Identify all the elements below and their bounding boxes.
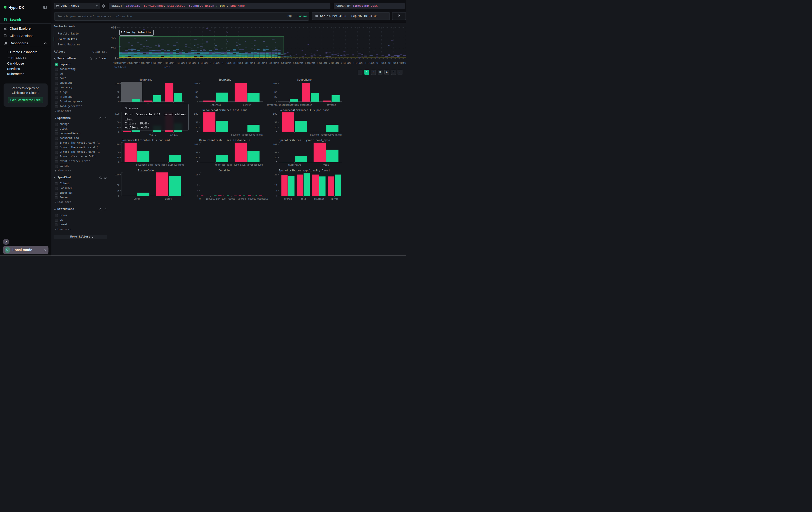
svg-text:3:00am: 3:00am bbox=[233, 62, 243, 65]
svg-text:11:00pm: 11:00pm bbox=[137, 62, 149, 65]
svg-text:ResourceAttribu..ice.instance.: ResourceAttribu..ice.instance.id bbox=[199, 139, 250, 142]
svg-text:bronze: bronze bbox=[284, 198, 292, 200]
svg-text:12:30am: 12:30am bbox=[173, 62, 185, 65]
svg-text:25: 25 bbox=[196, 126, 198, 129]
svg-text:silver: silver bbox=[330, 198, 339, 200]
svg-text:50: 50 bbox=[274, 121, 277, 124]
svg-text:ResourceAttributes.k8s.pod.uid: ResourceAttributes.k8s.pod.uid bbox=[122, 139, 170, 142]
svg-text:50: 50 bbox=[117, 121, 120, 124]
svg-text:50: 50 bbox=[117, 151, 120, 154]
svg-text:50: 50 bbox=[117, 91, 120, 93]
svg-text:200: 200 bbox=[111, 47, 116, 50]
svg-text:100: 100 bbox=[194, 143, 198, 146]
svg-text:25: 25 bbox=[117, 156, 120, 159]
svg-text:Duration: Duration bbox=[219, 169, 231, 172]
svg-text:9/14/25: 9/14/25 bbox=[115, 66, 126, 69]
svg-text:50: 50 bbox=[196, 121, 198, 124]
svg-text:703098: 703098 bbox=[227, 198, 235, 200]
svg-text:0: 0 bbox=[197, 131, 198, 134]
svg-text:SpanKind: SpanKind bbox=[219, 78, 231, 81]
svg-text:7: 7 bbox=[276, 189, 277, 192]
svg-text:8:30am: 8:30am bbox=[365, 62, 374, 65]
svg-text:9/15: 9/15 bbox=[164, 66, 170, 69]
svg-text:0: 0 bbox=[276, 161, 277, 164]
svg-text:Internal: Internal bbox=[210, 104, 221, 106]
svg-text:visa: visa bbox=[323, 164, 329, 166]
svg-text:822013: 822013 bbox=[248, 198, 256, 200]
svg-text:5:00am: 5:00am bbox=[281, 62, 291, 65]
svg-text:50: 50 bbox=[274, 151, 277, 154]
svg-text:1198813: 1198813 bbox=[206, 198, 215, 200]
svg-text:100: 100 bbox=[115, 113, 120, 115]
svg-text:10:00am: 10:00am bbox=[399, 62, 406, 65]
svg-text:0: 0 bbox=[118, 131, 119, 134]
svg-text:0: 0 bbox=[197, 100, 198, 103]
svg-text:100: 100 bbox=[273, 113, 277, 115]
svg-text:0: 0 bbox=[118, 161, 119, 164]
svg-text:400: 400 bbox=[111, 36, 116, 39]
svg-text:25: 25 bbox=[117, 189, 120, 192]
svg-text:mastercard: mastercard bbox=[288, 164, 301, 166]
svg-text:8: 8 bbox=[197, 184, 198, 187]
svg-text:4: 4 bbox=[197, 189, 198, 192]
svg-text:600: 600 bbox=[111, 26, 116, 29]
svg-text:100: 100 bbox=[194, 113, 198, 115]
svg-text:SpanAttributes...yment.card_ty: SpanAttributes...yment.card_type bbox=[279, 139, 330, 142]
svg-text:2:00am: 2:00am bbox=[209, 62, 220, 65]
svg-text:100: 100 bbox=[115, 143, 120, 146]
svg-text:0: 0 bbox=[276, 131, 277, 134]
svg-text:ResourceAttributes.k8s.pod.nam: ResourceAttributes.k8s.pod.name bbox=[280, 109, 329, 112]
svg-text:payment-7985c8969c-mwmw7: payment-7985c8969c-mwmw7 bbox=[231, 134, 263, 136]
svg-text:11:30pm: 11:30pm bbox=[149, 62, 161, 65]
svg-text:100: 100 bbox=[115, 173, 120, 176]
svg-text:f5344ec9-a1ea-4290-a62a-78f5be: f5344ec9-a1ea-4290-a62a-78f5bee8d90b bbox=[215, 164, 263, 166]
svg-text:100: 100 bbox=[115, 82, 120, 85]
svg-text:5e02b5fb-13ae-4296-bbbc-111f42: 5e02b5fb-13ae-4296-bbbc-111f423c460d bbox=[136, 164, 184, 166]
svg-text:7:00am: 7:00am bbox=[329, 62, 339, 65]
svg-text:25: 25 bbox=[274, 156, 277, 159]
svg-text:100: 100 bbox=[273, 82, 277, 85]
svg-text:759483: 759483 bbox=[238, 198, 246, 200]
svg-text:100: 100 bbox=[194, 82, 198, 85]
svg-text:@hyperdx/instrumentation-excep: @hyperdx/instrumentation-exception bbox=[267, 104, 312, 106]
svg-text:9:30am: 9:30am bbox=[388, 62, 398, 65]
svg-text:0: 0 bbox=[197, 161, 198, 164]
svg-text:100: 100 bbox=[273, 143, 277, 146]
svg-text:0: 0 bbox=[276, 100, 277, 103]
svg-text:50: 50 bbox=[274, 91, 277, 93]
svg-text:SpanAttributes.app.loyalty.lev: SpanAttributes.app.loyalty.level bbox=[279, 169, 330, 172]
svg-text:25: 25 bbox=[117, 96, 120, 99]
svg-text:0: 0 bbox=[199, 198, 201, 200]
svg-text:4:00am: 4:00am bbox=[257, 62, 267, 65]
svg-text:Unset: Unset bbox=[165, 198, 172, 200]
svg-text:10:30pm: 10:30pm bbox=[125, 62, 137, 65]
svg-text:1:30am: 1:30am bbox=[198, 62, 208, 65]
svg-text:0: 0 bbox=[118, 100, 119, 103]
svg-text:10:00pm: 10:00pm bbox=[113, 62, 125, 65]
svg-text:12:00am: 12:00am bbox=[161, 62, 173, 65]
svg-text:gold: gold bbox=[300, 198, 306, 200]
svg-text:14: 14 bbox=[274, 184, 277, 187]
svg-text:50: 50 bbox=[196, 91, 198, 93]
svg-text:6:30am: 6:30am bbox=[317, 62, 327, 65]
svg-text:16: 16 bbox=[196, 173, 198, 176]
svg-text:Error: Error bbox=[134, 198, 140, 200]
svg-text:StatusCode: StatusCode bbox=[138, 169, 154, 172]
svg-text:1:00am: 1:00am bbox=[186, 62, 196, 65]
svg-text:2944180: 2944180 bbox=[216, 198, 226, 200]
svg-text:5:30am: 5:30am bbox=[293, 62, 303, 65]
svg-text:0: 0 bbox=[115, 57, 116, 60]
svg-text:25: 25 bbox=[274, 126, 277, 129]
svg-text:0.1.0: 0.1.0 bbox=[149, 134, 156, 136]
svg-text:ScopeName: ScopeName bbox=[297, 78, 312, 81]
svg-text:SpanName: SpanName bbox=[139, 78, 152, 81]
svg-text:25: 25 bbox=[117, 126, 120, 129]
svg-text:7:30am: 7:30am bbox=[341, 62, 351, 65]
svg-text:0: 0 bbox=[197, 195, 198, 197]
svg-text:99930810: 99930810 bbox=[257, 198, 268, 200]
svg-text:3:30am: 3:30am bbox=[245, 62, 255, 65]
svg-text:Server: Server bbox=[243, 104, 251, 106]
svg-text:25: 25 bbox=[274, 96, 277, 99]
svg-text:8:00am: 8:00am bbox=[353, 62, 362, 65]
svg-text:50: 50 bbox=[117, 184, 120, 187]
